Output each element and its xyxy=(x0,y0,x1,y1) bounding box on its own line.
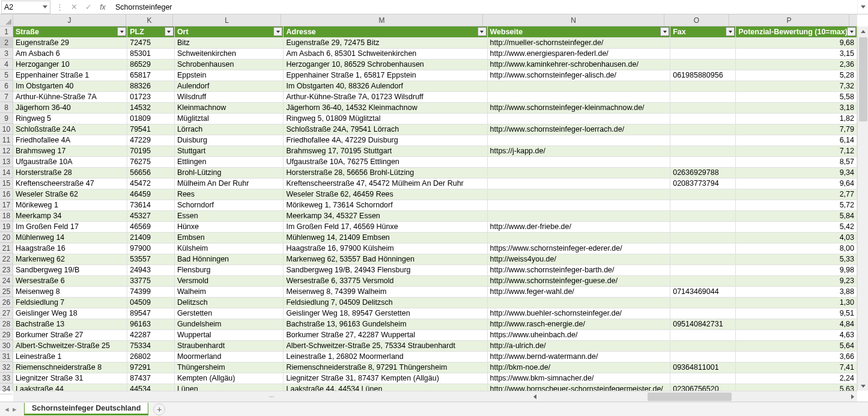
cell[interactable]: 02636929788 xyxy=(670,167,736,178)
cell[interactable]: Weseler Straße 62 xyxy=(13,189,127,200)
cell[interactable]: Schloßstraße 24A, 79541 Lörrach xyxy=(284,124,487,135)
cell[interactable]: Laakstraße 44, 44534 Lünen xyxy=(284,384,487,391)
cell[interactable] xyxy=(670,156,736,167)
cell[interactable]: https://www.bkm-simnacher.de/ xyxy=(487,373,670,384)
cell[interactable]: 8,00 xyxy=(736,243,857,254)
cell[interactable]: 7,32 xyxy=(736,81,857,91)
cell[interactable] xyxy=(487,232,670,243)
row-header[interactable]: 18 xyxy=(0,210,13,221)
cell[interactable]: Brahmsweg 17 xyxy=(13,145,127,156)
cell[interactable] xyxy=(487,210,670,221)
table-row[interactable]: Herzoganger 1086529SchrobenhausenHerzoga… xyxy=(13,59,857,70)
column-header-cell[interactable]: Webseite xyxy=(487,26,670,37)
cell[interactable]: Schrobenhausen xyxy=(174,59,284,70)
cell[interactable]: Ufgaustraße 10A, 76275 Ettlingen xyxy=(284,156,487,167)
table-row[interactable]: Horsterstraße 2856656Brohl-LützingHorste… xyxy=(13,167,857,178)
cell[interactable]: Stuttgart xyxy=(174,145,284,156)
row-header[interactable]: 20 xyxy=(0,232,13,243)
cell[interactable]: http://www.schornsteinfeger-alisch.de/ xyxy=(487,70,670,81)
cell[interactable]: 44534 xyxy=(127,384,175,391)
table-row[interactable]: Riemenschneiderstraße 897291Thüngersheim… xyxy=(13,362,857,373)
table-row[interactable]: Wersestraße 633775VersmoldWersestraße 6,… xyxy=(13,275,857,286)
cell[interactable]: http://www.schornsteinfeger-barth.de/ xyxy=(487,265,670,275)
cell[interactable]: Jägerhorn 36-40, 14532 Kleinmachnow xyxy=(284,102,487,113)
row-header[interactable]: 7 xyxy=(0,91,13,102)
cell[interactable]: Im Obstgarten 40, 88326 Aulendorf xyxy=(284,81,487,91)
cell[interactable]: 87437 xyxy=(127,373,175,384)
cell[interactable]: 1,82 xyxy=(736,113,857,124)
row-header[interactable]: 10 xyxy=(0,124,13,135)
cell[interactable]: Liegnitzer Straße 31 xyxy=(13,373,127,384)
cell[interactable]: 56656 xyxy=(127,167,175,178)
cell[interactable] xyxy=(670,48,736,59)
cell[interactable]: Eugenstraße 29, 72475 Bitz xyxy=(284,37,487,48)
cell[interactable]: Flensburg xyxy=(174,265,284,275)
cell[interactable]: Külsheim xyxy=(174,243,284,254)
row-header[interactable]: 12 xyxy=(0,145,13,156)
cell[interactable]: http://www.bornscheuer-schornsteinfegerm… xyxy=(487,384,670,391)
cell[interactable]: Essen xyxy=(174,210,284,221)
cell[interactable]: Meerkamp 34 xyxy=(13,210,127,221)
cell[interactable]: 2,36 xyxy=(736,59,857,70)
sheet-first-icon[interactable]: ◂ xyxy=(5,405,9,414)
cell[interactable]: Embsen xyxy=(174,232,284,243)
cell[interactable]: Im Großen Feld 17 xyxy=(13,221,127,232)
cell[interactable]: Bachstraße 13, 96163 Gundelsheim xyxy=(284,319,487,329)
cell[interactable] xyxy=(670,135,736,145)
cell[interactable]: 53557 xyxy=(127,254,175,265)
cell[interactable]: Aulendorf xyxy=(174,81,284,91)
cell[interactable]: 01809 xyxy=(127,113,175,124)
cell[interactable]: Feldsiedlung 7, 04509 Delitzsch xyxy=(284,297,487,308)
cell[interactable]: 26802 xyxy=(127,351,175,362)
row-header[interactable]: 23 xyxy=(0,265,13,275)
scroll-left-icon[interactable] xyxy=(530,394,539,399)
cell[interactable]: 4,03 xyxy=(736,232,857,243)
cell[interactable]: 33775 xyxy=(127,275,175,286)
row-header[interactable]: 15 xyxy=(0,178,13,189)
table-row[interactable]: Weseler Straße 6246459ReesWeseler Straße… xyxy=(13,189,857,200)
cell[interactable]: 5,33 xyxy=(736,254,857,265)
cell[interactable] xyxy=(670,265,736,275)
cell[interactable]: 74399 xyxy=(127,286,175,297)
row-header[interactable]: 13 xyxy=(0,156,13,167)
cell[interactable] xyxy=(487,189,670,200)
dots-icon[interactable]: ⋮ xyxy=(55,2,64,11)
cell[interactable]: Brohl-Lützing xyxy=(174,167,284,178)
table-row[interactable]: Am Asbach 685301SchweitenkirchenAm Asbac… xyxy=(13,48,857,59)
cell[interactable]: Weseler Straße 62, 46459 Rees xyxy=(284,189,487,200)
cell[interactable]: Geislinger Weg 18, 89547 Gerstetten xyxy=(284,308,487,319)
cell[interactable]: 89547 xyxy=(127,308,175,319)
cell[interactable] xyxy=(670,189,736,200)
cell[interactable] xyxy=(670,308,736,319)
cell[interactable]: 4,63 xyxy=(736,329,857,340)
cell[interactable]: 21409 xyxy=(127,232,175,243)
cell[interactable]: Bachstraße 13 xyxy=(13,319,127,329)
cell[interactable]: Arthur-Kühne-Straße 7A, 01723 Wilsdruff xyxy=(284,91,487,102)
cell[interactable]: 9,23 xyxy=(736,275,857,286)
cell[interactable]: 01723 xyxy=(127,91,175,102)
cell[interactable] xyxy=(670,351,736,362)
cell[interactable]: 97291 xyxy=(127,362,175,373)
cell[interactable]: 85301 xyxy=(127,48,175,59)
cell[interactable]: Markenweg 62 xyxy=(13,254,127,265)
cell[interactable]: Friedhofallee 4A, 47229 Duisburg xyxy=(284,135,487,145)
cell[interactable]: 97900 xyxy=(127,243,175,254)
cell[interactable]: 88326 xyxy=(127,81,175,91)
vscroll-thumb[interactable] xyxy=(859,37,867,121)
cell[interactable]: Straubenhardt xyxy=(174,340,284,351)
cell[interactable]: Riemenschneiderstraße 8, 97291 Thüngersh… xyxy=(284,362,487,373)
cell[interactable]: 5,58 xyxy=(736,91,857,102)
cell[interactable]: 46459 xyxy=(127,189,175,200)
cell[interactable] xyxy=(670,200,736,210)
cell[interactable]: 02083773794 xyxy=(670,178,736,189)
cell[interactable]: 9,68 xyxy=(736,37,857,48)
row-header[interactable]: 33 xyxy=(0,373,13,384)
cell[interactable] xyxy=(487,297,670,308)
cell[interactable]: 75334 xyxy=(127,340,175,351)
cell[interactable]: Borkumer Straße 27, 42287 Wuppertal xyxy=(284,329,487,340)
column-header-cell[interactable]: Adresse xyxy=(284,26,487,37)
cell[interactable]: 46569 xyxy=(127,221,175,232)
table-row[interactable]: Ufgaustraße 10A76275EttlingenUfgaustraße… xyxy=(13,156,857,167)
cell[interactable]: Geislinger Weg 18 xyxy=(13,308,127,319)
cell[interactable]: http://weiss4you.de/ xyxy=(487,254,670,265)
